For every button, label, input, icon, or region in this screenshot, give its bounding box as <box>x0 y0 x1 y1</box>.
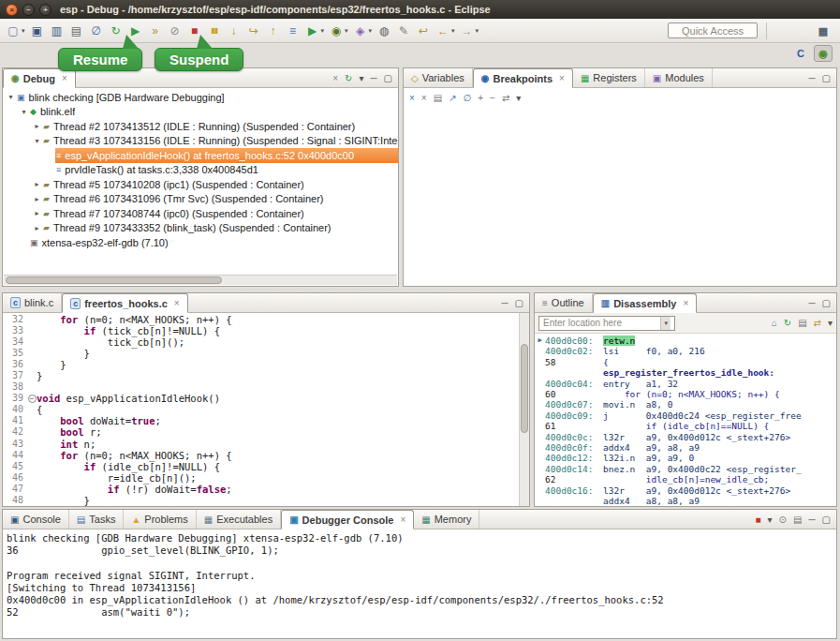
terminate-icon[interactable]: ■ <box>756 514 761 525</box>
run-icon[interactable]: ▶▾ <box>303 22 327 40</box>
editor-vscrollbar[interactable] <box>519 313 529 506</box>
view-menu-icon[interactable]: ▾ <box>516 93 521 103</box>
disassembly-line[interactable]: 60 for (n=0; n<MAX_HOOKS; n++) { <box>535 389 836 399</box>
disassembly-line[interactable]: 400d0c07:movi.n a8, 0 <box>535 399 836 410</box>
chevron-down-icon[interactable]: ▾ <box>476 27 479 35</box>
display-console-icon[interactable]: ▾ <box>768 514 773 525</box>
code-line[interactable]: 46 r=idle_cb[n](); <box>3 472 519 484</box>
disassembly-line[interactable]: addx4 a8, a8, a9 <box>535 496 836 506</box>
debug-tree-item[interactable]: ▾◆blink.elf <box>3 105 398 120</box>
debug-hscrollbar[interactable] <box>4 275 397 285</box>
minimize-icon[interactable]: ─ <box>808 298 815 308</box>
tab-executables[interactable]: ▦Executables <box>197 510 281 529</box>
fold-marker-icon[interactable]: − <box>27 393 37 404</box>
editor-code[interactable]: 32 for (n=0; n<MAX_HOOKS; n++) {33 if (t… <box>3 313 519 506</box>
minimize-icon[interactable]: ─ <box>370 73 376 83</box>
tree-expander-icon[interactable]: ▾ <box>6 93 16 101</box>
code-line[interactable]: 43 int n; <box>3 439 519 450</box>
tab-blink-c[interactable]: cblink.c <box>3 293 62 312</box>
tab-outline[interactable]: ≡Outline <box>535 293 593 312</box>
print-icon[interactable]: ▤ <box>67 22 86 40</box>
code-line[interactable]: 42 bool r; <box>3 426 519 438</box>
disassembly-line[interactable]: 400d0c09:j 0x400d0c24 <esp_register_free <box>535 410 836 421</box>
code-line[interactable]: 47 if (!r) doWait=false; <box>3 484 519 495</box>
disassembly-line[interactable]: 400d0c12:l32i.n a9, a9, 0 <box>535 453 836 463</box>
disassembly-line[interactable]: 400d0c0f:addx4 a9, a8, a9 <box>535 442 836 453</box>
step-filters-icon[interactable]: » <box>146 22 165 40</box>
home-icon[interactable]: ⌂ <box>772 318 777 328</box>
code-line[interactable]: 44 for (n=0; n<MAX_HOOKS; n++) { <box>3 450 519 461</box>
debug-icon[interactable]: ◉▾ <box>327 22 350 40</box>
save-all-icon[interactable]: ▥ <box>48 22 66 40</box>
code-line[interactable]: 38 <box>3 381 519 393</box>
open-perspective-icon[interactable]: ▦ <box>814 22 833 39</box>
view-menu-icon[interactable]: ▾ <box>828 318 833 328</box>
new-wizard-icon[interactable]: ▢▾ <box>4 22 27 40</box>
disassembly-line[interactable]: 400d0c16:l32r a9, 0x400d012c <_stext+276… <box>535 485 836 496</box>
tree-expander-icon[interactable]: ▸ <box>32 180 42 188</box>
tree-expander-icon[interactable]: ▾ <box>19 108 29 116</box>
code-line[interactable]: 32 for (n=0; n<MAX_HOOKS; n++) { <box>3 314 519 325</box>
debug-tree[interactable]: ▾▣blink checking [GDB Hardware Debugging… <box>3 88 398 250</box>
tab-disassembly[interactable]: ▥Disassembly× <box>593 293 698 313</box>
last-edit-location-icon[interactable]: ↩ <box>414 22 433 40</box>
external-tools-icon[interactable]: ◈▾ <box>351 22 375 40</box>
clear-console-icon[interactable]: ▤ <box>793 514 802 525</box>
tree-expander-icon[interactable]: ▸ <box>32 224 42 232</box>
disassembly-line[interactable]: 400d0c0c:l32r a9, 0x400d012c <_stext+276… <box>535 432 836 442</box>
disassembly-line[interactable]: 400d0c02:lsi f0, a0, 216 <box>535 346 836 356</box>
quick-access-input[interactable]: Quick Access <box>668 22 758 38</box>
minimize-icon[interactable]: ─ <box>501 298 508 308</box>
step-over-icon[interactable]: ↪ <box>244 22 263 40</box>
close-tab-icon[interactable]: × <box>174 298 180 308</box>
debug-tree-item[interactable]: ▾▣blink checking [GDB Hardware Debugging… <box>3 90 398 105</box>
debug-tree-item[interactable]: ▸▰Thread #7 1073408744 (ipc0) (Suspended… <box>3 206 398 221</box>
remove-all-terminated-icon[interactable]: × <box>332 73 338 83</box>
disassembly-lines[interactable]: ▶400d0c00:retw.n400d0c02:lsi f0, a0, 216… <box>535 334 836 506</box>
tab-breakpoints[interactable]: ◉Breakpoints× <box>473 68 573 88</box>
code-line[interactable]: 45 if (idle_cb[n]!=NULL) { <box>3 461 519 472</box>
code-line[interactable]: 41 bool doWait=true; <box>3 415 519 426</box>
remove-all-breakpoints-icon[interactable]: × <box>421 93 427 103</box>
window-maximize-button[interactable]: + <box>39 4 52 16</box>
tree-expander-icon[interactable]: ▸ <box>32 209 42 217</box>
disassembly-line[interactable]: 400d0c14:bnez.n a9, 0x400d0c22 <esp_regi… <box>535 464 836 474</box>
disassembly-line[interactable]: 58{ <box>535 357 836 367</box>
show-breakpoints-for-selection-icon[interactable]: ▤ <box>434 93 442 103</box>
maximize-icon[interactable]: ▢ <box>384 73 392 83</box>
sync-icon[interactable]: ⇄ <box>814 318 821 328</box>
code-line[interactable]: 33 if (tick_cb[n]!=NULL) { <box>3 325 519 336</box>
refresh-icon[interactable]: ↻ <box>784 318 791 328</box>
chevron-down-icon[interactable]: ▾ <box>321 27 325 35</box>
scrollbar-thumb[interactable] <box>521 344 528 433</box>
tab-problems[interactable]: ▲Problems <box>124 510 196 529</box>
scrollbar-thumb[interactable] <box>6 276 222 284</box>
view-menu-icon[interactable]: ▾ <box>359 73 363 83</box>
chevron-down-icon[interactable]: ▾ <box>22 27 25 35</box>
annotation-icon[interactable]: ✎ <box>394 22 413 40</box>
tree-expander-icon[interactable]: ▸ <box>32 122 42 130</box>
disassembly-line[interactable]: 400d0c04:entry a1, 32 <box>535 379 836 389</box>
show-source-icon[interactable]: ▤ <box>798 318 806 328</box>
link-with-debug-icon[interactable]: ⇄ <box>502 93 509 103</box>
back-icon[interactable]: ←▾ <box>434 22 457 40</box>
maximize-icon[interactable]: ▢ <box>822 514 831 525</box>
code-line[interactable]: 36 } <box>3 359 519 370</box>
console-output[interactable]: blink checking [GDB Hardware Debugging] … <box>3 529 836 621</box>
code-line[interactable]: 48 } <box>3 495 519 506</box>
code-line[interactable]: 40{ <box>3 404 519 415</box>
debug-tree-item[interactable]: ≡prvIdleTask() at tasks.c:3,338 0x400845… <box>3 163 398 178</box>
tab-freertos-hooks-c[interactable]: cfreertos_hooks.c× <box>62 293 188 313</box>
instruction-stepping-icon[interactable]: ≡ <box>284 22 302 40</box>
step-into-icon[interactable]: ↓ <box>225 22 243 40</box>
code-line[interactable]: 35 } <box>3 348 519 359</box>
maximize-icon[interactable]: ▢ <box>822 298 831 308</box>
tab-registers[interactable]: ▦Registers <box>573 68 645 87</box>
pin-console-icon[interactable]: ⊙ <box>779 514 787 525</box>
debug-tree-item[interactable]: ▣xtensa-esp32-elf-gdb (7.10) <box>3 235 398 250</box>
restart-view-icon[interactable]: ↻ <box>345 73 352 83</box>
chevron-down-icon[interactable]: ▾ <box>369 27 373 35</box>
tab-modules[interactable]: ▣Modules <box>645 68 713 87</box>
minimize-icon[interactable]: ─ <box>808 514 815 525</box>
debug-perspective-icon[interactable]: ◉ <box>814 45 833 62</box>
